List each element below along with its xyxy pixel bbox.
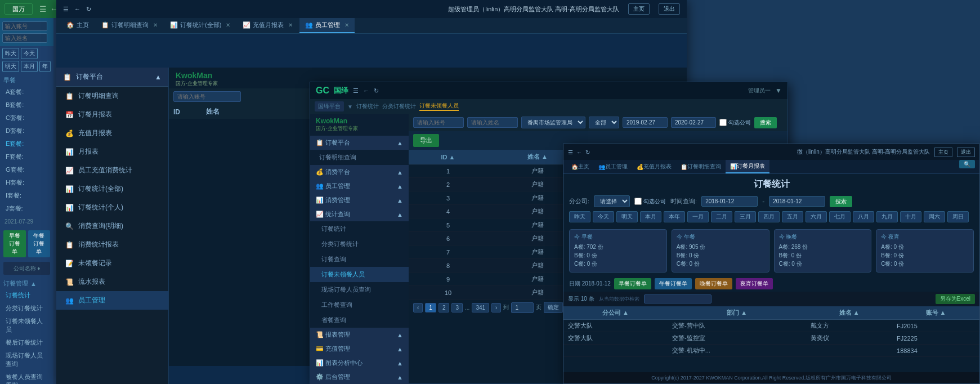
w4-jan-btn[interactable]: 一月 xyxy=(687,211,709,222)
w3-onsite[interactable]: 现场订餐人员查询 xyxy=(310,282,409,297)
w4-apr-btn[interactable]: 四月 xyxy=(758,211,780,222)
menu-icon[interactable]: ☰ xyxy=(39,5,47,14)
menu-icon-w2[interactable]: ☰ xyxy=(63,6,69,13)
w4-sun-btn[interactable]: 周日 xyxy=(947,211,969,222)
w4-data-search[interactable] xyxy=(644,294,711,303)
menu-icon-w4[interactable]: ☰ xyxy=(568,149,573,155)
back-icon-w4[interactable]: ← xyxy=(576,149,582,155)
w4-company-select[interactable]: 请选择 xyxy=(594,195,630,207)
w3-export-btn[interactable]: 导出 xyxy=(413,134,439,147)
meal-f[interactable]: F套餐: xyxy=(0,150,53,163)
month-btn[interactable]: 本月 xyxy=(21,61,38,72)
w3-dept-select[interactable]: 全部 xyxy=(589,117,619,128)
sidebar-consume-report[interactable]: 📋 消费统计报表 xyxy=(56,235,168,254)
w3-chart-center[interactable]: 📊 图表分析中心 ▲ xyxy=(310,356,409,370)
tomorrow-btn[interactable]: 明天 xyxy=(2,61,19,72)
w3-unclaimed[interactable]: 订餐未领餐人员 xyxy=(310,267,409,282)
w3-tab-label2[interactable]: 分类订餐统计 xyxy=(382,102,416,110)
w4-tab-order-month[interactable]: 📊 订餐月报表 xyxy=(726,160,769,173)
sidebar-transaction[interactable]: 📜 流水报表 xyxy=(56,273,168,291)
w4-tab-order-detail[interactable]: 📋 订餐明细查询 xyxy=(676,160,726,173)
w3-page-total[interactable]: 341 xyxy=(472,303,489,312)
w4-breakfast-order-btn[interactable]: 早餐订餐单 xyxy=(614,278,651,289)
w4-home-btn[interactable]: 主页 xyxy=(934,148,952,157)
tab-recharge-w2[interactable]: 📈 充值月报表 ✕ xyxy=(237,18,298,33)
table-row[interactable]: 交警-机动中... 188834 xyxy=(563,345,979,357)
tab-order-detail-w2[interactable]: 📋 订餐明细查询 ✕ xyxy=(96,18,163,33)
w4-search-btn[interactable]: 搜索 xyxy=(830,196,852,207)
w2-account-search[interactable] xyxy=(173,91,241,102)
w3-order-stat[interactable]: 订餐统计 xyxy=(310,221,409,236)
w3-stat-query[interactable]: 📈 统计查询 ▲ xyxy=(310,207,409,221)
w4-tab-staff[interactable]: 👥 员工管理 xyxy=(594,160,632,173)
order-stat-item[interactable]: 订餐统计 xyxy=(0,289,53,302)
home-btn-w2[interactable]: 主页 xyxy=(628,3,650,15)
sidebar-month-report[interactable]: 📊 月报表 xyxy=(56,142,168,161)
sidebar-order-stat-all[interactable]: 📊 订餐统计(全部) xyxy=(56,180,168,198)
w4-today-btn[interactable]: 今天 xyxy=(593,211,614,222)
lunch-order-btn[interactable]: 午餐订餐单 xyxy=(28,230,51,257)
w4-tomorrow-btn[interactable]: 明天 xyxy=(616,211,638,222)
meal-e[interactable]: E套餐: xyxy=(0,137,53,150)
meal-c[interactable]: C套餐: xyxy=(0,111,53,124)
yesterday-btn[interactable]: 昨天 xyxy=(2,48,19,59)
w3-confirm-page[interactable]: 确定 xyxy=(544,302,563,313)
menu-icon-w3[interactable]: ☰ xyxy=(353,87,359,95)
w3-consume-platform[interactable]: 💰 消费平台 ▲ xyxy=(310,165,409,179)
w3-tab-label3-active[interactable]: 订餐未领餐人员 xyxy=(419,102,459,111)
meal-g[interactable]: G套餐: xyxy=(0,163,53,176)
w4-tab-recharge[interactable]: 💰 充值月报表 xyxy=(632,160,676,173)
breakfast-order-btn[interactable]: 早餐订餐单 xyxy=(3,230,26,257)
w4-sep-btn[interactable]: 九月 xyxy=(876,211,898,222)
w4-month-btn[interactable]: 本月 xyxy=(640,211,661,222)
w3-account-input[interactable] xyxy=(413,117,464,128)
meal-j[interactable]: J套餐: xyxy=(0,202,53,215)
w3-page-2[interactable]: 2 xyxy=(438,303,450,312)
w3-staff-mgmt[interactable]: 👥 员工管理 ▲ xyxy=(310,179,409,193)
w3-prev-page[interactable]: ‹ xyxy=(413,303,423,312)
w4-sat-btn[interactable]: 周六 xyxy=(924,211,945,222)
w3-tab-label1[interactable]: 订餐统计 xyxy=(356,102,379,110)
account-input[interactable] xyxy=(2,21,47,31)
w4-yesterday-btn[interactable]: 昨天 xyxy=(569,211,590,222)
order-management-section[interactable]: 订餐管理▲ xyxy=(0,277,53,289)
w3-work-meal[interactable]: 工作餐查询 xyxy=(310,297,409,312)
meal-a[interactable]: A套餐: xyxy=(0,86,53,99)
w4-date1[interactable] xyxy=(701,196,758,207)
w4-company-checkbox[interactable] xyxy=(634,198,642,205)
tab-home-w2[interactable]: 🏠 主页 xyxy=(61,18,95,33)
non-order-item[interactable]: 订餐未领餐人员 xyxy=(0,315,53,336)
w3-report-mgmt[interactable]: 📜 报表管理 ▲ xyxy=(310,328,409,342)
w3-page-3[interactable]: 3 xyxy=(451,303,463,312)
close-tab4-w2[interactable]: ✕ xyxy=(344,22,349,28)
w4-oct-btn[interactable]: 十月 xyxy=(900,211,921,222)
w4-aug-btn[interactable]: 八月 xyxy=(853,211,874,222)
year-btn[interactable]: 年 xyxy=(39,61,51,72)
close-tab1-w2[interactable]: ✕ xyxy=(153,22,158,28)
w3-save-meal[interactable]: 省餐查询 xyxy=(310,312,409,328)
category-stat-item[interactable]: 分类订餐统计 xyxy=(0,302,53,315)
w3-order-detail[interactable]: 订餐明细查询 xyxy=(310,150,409,165)
public-info[interactable]: 公司名称 ♦ xyxy=(3,262,50,275)
w3-name-input[interactable] xyxy=(467,117,518,128)
meal-h[interactable]: H套餐: xyxy=(0,176,53,189)
w4-logout-btn[interactable]: 退出 xyxy=(957,148,975,157)
w4-feb-btn[interactable]: 二月 xyxy=(711,211,732,222)
tab-staff-w2[interactable]: 👥 员工管理 ✕ xyxy=(299,18,355,33)
today-btn[interactable]: 今天 xyxy=(21,48,38,59)
w3-jump-input[interactable] xyxy=(511,302,534,313)
w3-next-page[interactable]: › xyxy=(491,303,501,312)
w4-excel-btn[interactable]: 另存为Excel xyxy=(936,294,975,304)
w4-dinner-order-btn[interactable]: 晚餐订餐单 xyxy=(695,278,732,289)
table-row[interactable]: 交警大队 交警-监控室 黄奕仪 FJ2225 xyxy=(563,332,979,345)
sidebar-staff-mgmt[interactable]: 👥 员工管理 xyxy=(56,291,168,310)
close-tab3-w2[interactable]: ✕ xyxy=(288,22,293,28)
refresh-icon-w3[interactable]: ↻ xyxy=(374,87,379,95)
sidebar-order-detail[interactable]: 📋 订餐明细查询 xyxy=(56,87,168,105)
refresh-icon-w4[interactable]: ↻ xyxy=(585,149,590,155)
meal-i[interactable]: I套餐: xyxy=(0,189,53,202)
w3-recharge-mgmt[interactable]: 💳 充值管理 ▲ xyxy=(310,342,409,356)
sidebar-order-month[interactable]: 📅 订餐月报表 xyxy=(56,105,168,124)
w4-may-btn[interactable]: 五月 xyxy=(782,211,803,222)
w3-date1[interactable] xyxy=(623,117,668,128)
